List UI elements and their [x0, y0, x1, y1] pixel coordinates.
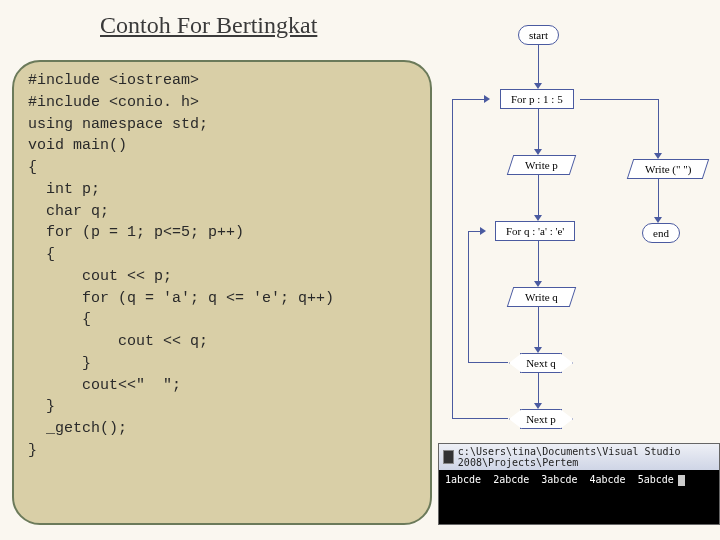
- flow-next-q: Next q: [520, 353, 562, 373]
- console-window: c:\Users\tina\Documents\Visual Studio 20…: [438, 443, 720, 525]
- flow-write-p: Write p: [507, 155, 576, 175]
- code-block: #include <iostream> #include <conio. h> …: [12, 60, 432, 525]
- flow-for-p: For p : 1 : 5: [500, 89, 574, 109]
- flow-next-p: Next p: [520, 409, 562, 429]
- flow-for-q: For q : 'a' : 'e': [495, 221, 575, 241]
- flow-write-spaces: Write (" "): [627, 159, 710, 179]
- cursor-icon: [678, 475, 685, 486]
- console-titlebar: c:\Users\tina\Documents\Visual Studio 20…: [439, 444, 719, 470]
- console-title-text: c:\Users\tina\Documents\Visual Studio 20…: [458, 446, 715, 468]
- slide-title: Contoh For Bertingkat: [100, 12, 317, 39]
- flow-start: start: [518, 25, 559, 45]
- flowchart: start For p : 1 : 5 Write p Write (" ") …: [440, 25, 720, 440]
- console-icon: [443, 450, 454, 464]
- flow-end: end: [642, 223, 680, 243]
- console-output: 1abcde 2abcde 3abcde 4abcde 5abcde: [439, 470, 719, 490]
- flow-write-q: Write q: [507, 287, 576, 307]
